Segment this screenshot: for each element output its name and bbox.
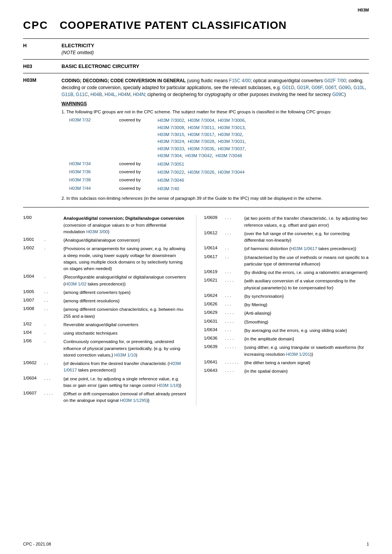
code-1-0619: 1/0619 xyxy=(204,269,225,274)
link-h03m-7-3002[interactable]: H03M 7/3002 xyxy=(158,118,184,123)
link-h03m-7-3037[interactable]: H03M 7/3037 xyxy=(218,146,244,151)
link-h03m-7-3015[interactable]: H03M 7/3015 xyxy=(158,132,184,137)
link-h03m-7-36[interactable]: H03M 7/36 xyxy=(69,169,91,174)
content-divider xyxy=(23,207,369,207)
link-h03m-1-02-a[interactable]: H03M 1/02 xyxy=(65,282,86,286)
desc-1-0636: {in the amplitude domain} xyxy=(244,336,369,342)
link-h03m-7-44[interactable]: H03M 7/44 xyxy=(69,186,91,191)
link-h03m-7-3013[interactable]: H03M 7/3013 xyxy=(218,125,244,130)
left-column: 1/00 Analogue/digital conversion; Digita… xyxy=(23,215,196,406)
footer-right: 1 xyxy=(367,542,369,546)
entry-1-02: 1/02 . Reversible analogue/digital conve… xyxy=(23,322,188,328)
link-f15c[interactable]: F15C 4/00 xyxy=(229,78,251,83)
link-h03m-7-3006[interactable]: H03M 7/3006 xyxy=(218,118,244,123)
code-1-06: 1/06 xyxy=(23,338,44,343)
warning-col3-7-36: H03M 7/3022, H03M 7/3026, H03M 7/3044 xyxy=(158,169,244,176)
link-h03m-7-3048[interactable]: H03M 7/3048 xyxy=(216,153,242,158)
link-h03m-7-3035[interactable]: H03M 7/3035 xyxy=(188,146,214,151)
link-h03m-7-3042[interactable]: H03M 7/3042 xyxy=(185,153,212,158)
link-g09g[interactable]: G09G xyxy=(339,85,351,90)
link-h03m-7-3046[interactable]: H03M 7/3046 xyxy=(158,178,184,182)
code-1-0643: 1/0643 xyxy=(204,368,225,373)
link-h04b[interactable]: H04B xyxy=(90,92,102,97)
warning-row-7-32: H03M 7/32 covered by H03M 7/3002, H03M 7… xyxy=(69,117,369,159)
entry-1-0609: 1/0609 . . . {at two points of the trans… xyxy=(204,215,369,229)
link-h03m-1-201[interactable]: H03M 1/201 xyxy=(286,352,310,357)
dots-1-06: . xyxy=(44,338,63,343)
link-h03m-7-3008[interactable]: H03M 7/3008 xyxy=(158,125,184,130)
link-g06t[interactable]: G06T xyxy=(325,85,336,90)
link-h03m-7-40[interactable]: H03M 7/40 xyxy=(158,186,179,191)
link-h03m-7-3033[interactable]: H03M 7/3033 xyxy=(158,146,184,151)
link-h03m-7-32[interactable]: H03M 7/32 xyxy=(69,118,91,122)
lower-divider xyxy=(23,73,369,73)
entry-1-0602: 1/0602 . . {of deviations from the desir… xyxy=(23,360,188,374)
warning-2: 2. In this subclass non-limiting referen… xyxy=(61,195,369,202)
link-h03m-1-0617-a[interactable]: H03M 1/0617 xyxy=(63,361,181,372)
code-1-0636: 1/0636 xyxy=(204,336,225,340)
link-g11b[interactable]: G11B xyxy=(61,92,73,97)
section-h03-block: H03 BASIC ELECTRONIC CIRCUITRY xyxy=(23,63,369,69)
dots-1-0604: . . . xyxy=(44,376,63,380)
page-reference: H03M xyxy=(358,8,369,12)
code-1-008: 1/008 xyxy=(23,306,44,311)
covered-by-label-4: covered by xyxy=(119,177,158,183)
desc-1-007: {among different resolutions} xyxy=(63,298,188,304)
link-g06f[interactable]: G06F xyxy=(311,85,322,90)
desc-1-0607: {Offset or drift compensation (removal o… xyxy=(63,391,188,404)
link-g01d[interactable]: G01D xyxy=(282,85,294,90)
link-h03m-7-3004[interactable]: H03M 7/3004 xyxy=(188,118,214,123)
link-g02f[interactable]: G02F 7/00 xyxy=(324,78,346,83)
dots-1-0607: . . . . xyxy=(44,391,63,395)
link-h03m-1-18[interactable]: H03M 1/18 xyxy=(157,383,178,388)
desc-1-0624: {by synchronisation} xyxy=(244,293,369,300)
dots-1-008: . . xyxy=(44,306,63,311)
link-h03m-7-3024[interactable]: H03M 7/3024 xyxy=(158,139,184,144)
right-column: 1/0609 . . . {at two points of the trans… xyxy=(196,215,369,406)
link-h03m-7-304[interactable]: H03M 7/304 xyxy=(158,153,182,158)
desc-1-0634: {by averaging out the errors, e.g. using… xyxy=(244,327,369,334)
warning-col3-7-38: H03M 7/3046 xyxy=(158,177,184,184)
entry-1-0631: 1/0631 . . . . {Smoothing} xyxy=(204,319,369,325)
link-h04n[interactable]: H04N xyxy=(133,92,145,97)
dots-1-04: . xyxy=(44,330,63,335)
desc-1-0641: {the dither being a random signal} xyxy=(244,360,369,366)
full-title-text: COOPERATIVE PATENT CLASSIFICATION xyxy=(60,19,287,32)
section-h-title: ELECTRICITY xyxy=(61,43,94,48)
link-g10l[interactable]: G10L xyxy=(354,85,365,90)
warnings-title: WARNINGS xyxy=(61,101,369,106)
link-h03m-7-3031[interactable]: H03M 7/3031 xyxy=(218,139,244,144)
dots-1-0624: . . . xyxy=(225,293,244,298)
link-h03m-7-3026[interactable]: H03M 7/3026 xyxy=(188,170,214,174)
link-h03m-3-00[interactable]: H03M 3/00 xyxy=(86,229,108,234)
code-1-007: 1/007 xyxy=(23,298,44,302)
link-h04l[interactable]: H04L xyxy=(105,92,116,97)
link-h03m-1-0617-b[interactable]: H03M 1/0617 xyxy=(291,246,317,251)
dots-1-0639: . . . . . xyxy=(225,344,244,349)
link-h03m-7-34[interactable]: H03M 7/34 xyxy=(69,161,91,166)
link-g01r[interactable]: G01R xyxy=(297,85,309,90)
entry-1-0614: 1/0614 . . {of harmonic distortion (H03M… xyxy=(204,245,369,252)
code-1-005: 1/005 xyxy=(23,289,44,294)
link-g11c[interactable]: G11C xyxy=(76,92,88,97)
link-h04m[interactable]: H04M xyxy=(118,92,130,97)
warning-row-7-38: H03M 7/38 covered by H03M 7/3046 xyxy=(69,177,369,184)
desc-1-0619: {by dividing out the errors, i.e. using … xyxy=(244,269,369,276)
dots-1-0621: . . . . xyxy=(225,278,244,282)
link-h03m-7-3044[interactable]: H03M 7/3044 xyxy=(218,170,244,174)
desc-1-001: {Analogue/digital/analogue conversion} xyxy=(63,237,188,244)
link-h03m-1-10[interactable]: H03M 1/10 xyxy=(114,353,136,357)
link-h03m-7-3022[interactable]: H03M 7/3022 xyxy=(158,170,184,174)
footer-left: CPC - 2021.08 xyxy=(23,542,51,546)
dots-1-0614: . . xyxy=(225,245,244,250)
link-h03m-7-3051[interactable]: H03M 7/3051 xyxy=(158,162,184,166)
link-g09c[interactable]: G09C xyxy=(332,92,344,97)
link-h03m-7-3017[interactable]: H03M 7/3017 xyxy=(188,132,214,137)
link-h03m-7-3011[interactable]: H03M 7/3011 xyxy=(188,125,214,130)
dots-1-001: . xyxy=(44,237,63,242)
code-1-00: 1/00 xyxy=(23,215,44,220)
link-h03m-1-1295[interactable]: H03M 1/1295 xyxy=(120,398,146,403)
link-h03m-7-302[interactable]: H03M 7/302 xyxy=(218,132,242,137)
link-h03m-7-38[interactable]: H03M 7/38 xyxy=(69,177,91,182)
link-h03m-7-3028[interactable]: H03M 7/3028 xyxy=(188,139,214,144)
